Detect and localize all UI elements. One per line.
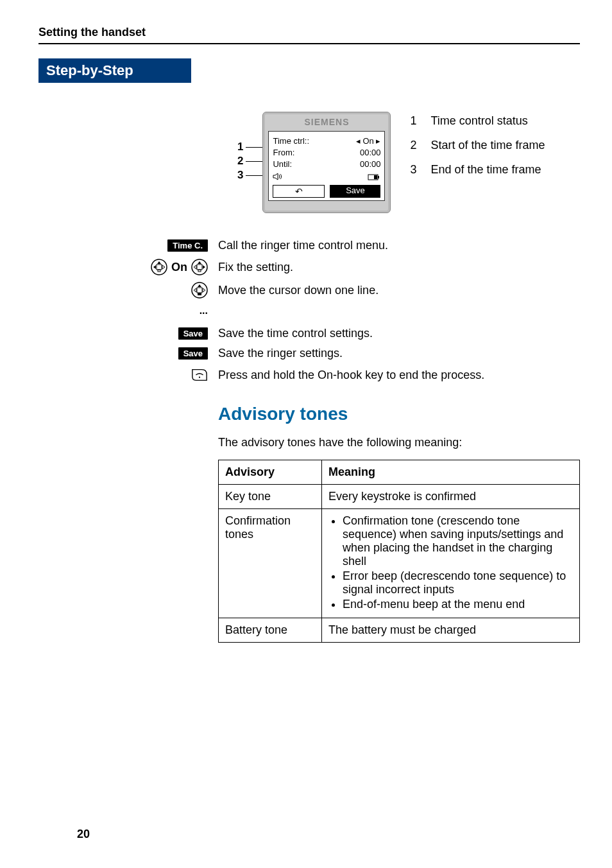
battery-icon: [368, 173, 380, 182]
nav-down-icon: [191, 282, 208, 299]
svg-marker-5: [153, 265, 156, 269]
svg-marker-13: [194, 265, 196, 269]
cell-confirmation: Confirmation tones: [219, 509, 322, 618]
step-sequence: Time C. Call the ringer time control men…: [38, 239, 580, 382]
legend-1-num: 1: [410, 112, 420, 130]
handset-illustration: SIEMENS Time ctrl::◂ On ▸ From:00:00 Unt…: [262, 112, 391, 213]
svg-marker-19: [203, 288, 205, 292]
onhook-key-icon: [191, 368, 208, 382]
svg-point-21: [199, 377, 200, 378]
conf-item-2: Error beep (decrescendo tone sequence) t…: [343, 569, 573, 596]
screen-row1-label: Time ctrl::: [273, 135, 309, 147]
softkey-save: Save: [330, 185, 380, 198]
svg-marker-12: [198, 261, 201, 264]
legend-3-num: 3: [410, 161, 420, 178]
svg-marker-18: [194, 288, 196, 292]
cell-confirmation-meaning: Confirmation tone (crescendo tone sequen…: [322, 509, 580, 618]
on-label: On: [171, 261, 187, 274]
ellipsis: ...: [200, 305, 208, 317]
step-text-2: Fix the setting.: [218, 261, 580, 274]
phone-diagram: 1 2 3 SIEMENS Time ctrl::◂ On ▸ From:00:…: [237, 112, 391, 213]
svg-marker-11: [203, 265, 205, 269]
step-text-1: Call the ringer time control menu.: [218, 239, 580, 252]
legend-3-text: End of the time frame: [430, 161, 541, 178]
leader-3: 3: [237, 168, 243, 182]
cell-battery: Battery tone: [219, 618, 322, 643]
leader-1: 1: [237, 140, 243, 154]
conf-item-1: Confirmation tone (crescendo tone sequen…: [343, 514, 573, 568]
svg-rect-2: [374, 175, 377, 179]
screen-row1-value: ◂ On ▸: [356, 135, 381, 147]
svg-rect-4: [157, 265, 162, 270]
screen-row2-label: From:: [273, 147, 294, 159]
section-title: Advisory tones: [218, 404, 580, 424]
svg-rect-14: [198, 270, 201, 272]
page-number: 20: [77, 828, 90, 841]
brand-label: SIEMENS: [266, 115, 387, 131]
softkey-back: ↶: [273, 185, 325, 198]
speaker-icon: [273, 173, 283, 182]
advisory-table: Advisory Meaning Key tone Every keystrok…: [218, 460, 580, 643]
th-meaning: Meaning: [322, 460, 580, 485]
step-text-7: Press and hold the On-hook key to end th…: [218, 369, 580, 382]
screen-row2-value: 00:00: [360, 147, 381, 159]
step-text-3: Move the cursor down one line.: [218, 284, 580, 297]
nav-left-icon: [151, 259, 167, 275]
svg-rect-20: [198, 293, 201, 295]
sidebar-banner: Step-by-Step: [38, 58, 191, 83]
svg-rect-8: [158, 270, 160, 272]
screen-row3-value: 00:00: [360, 159, 381, 170]
step-text-6: Save the ringer settings.: [218, 347, 580, 360]
cell-keytone-meaning: Every keystroke is confirmed: [322, 485, 580, 509]
th-advisory: Advisory: [219, 460, 322, 485]
intro-text: The advisory tones have the following me…: [218, 436, 580, 449]
legend: 1Time control status 2Start of the time …: [410, 112, 545, 213]
legend-1-text: Time control status: [430, 112, 527, 130]
conf-item-3: End-of-menu beep at the menu end: [343, 598, 573, 611]
leader-numbers: 1 2 3: [237, 140, 262, 182]
softkey-save-1: Save: [178, 327, 208, 340]
leader-2: 2: [237, 154, 243, 168]
svg-marker-17: [198, 284, 201, 287]
handset-screen: Time ctrl::◂ On ▸ From:00:00 Until:00:00…: [268, 131, 385, 201]
svg-marker-6: [157, 261, 161, 264]
step-text-5: Save the time control settings.: [218, 327, 580, 340]
svg-rect-16: [197, 288, 202, 293]
softkey-time-c: Time C.: [167, 239, 208, 252]
svg-rect-1: [378, 176, 379, 178]
nav-right-icon: [191, 259, 208, 275]
legend-2-num: 2: [410, 136, 420, 154]
cell-battery-meaning: The battery must be charged: [322, 618, 580, 643]
screen-row3-label: Until:: [273, 159, 292, 170]
page-header: Setting the handset: [38, 26, 580, 44]
svg-rect-10: [197, 265, 202, 270]
softkey-save-2: Save: [178, 347, 208, 360]
legend-2-text: Start of the time frame: [430, 136, 545, 154]
svg-marker-7: [162, 265, 165, 269]
cell-keytone: Key tone: [219, 485, 322, 509]
